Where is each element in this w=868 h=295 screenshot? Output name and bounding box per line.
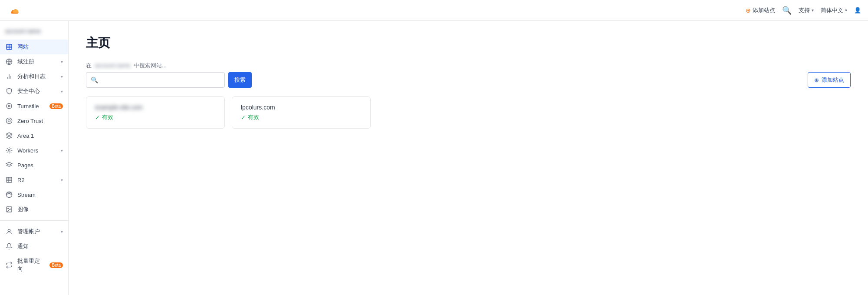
sidebar-item-stream[interactable]: Stream xyxy=(0,187,68,202)
chevron-down-icon: ▾ xyxy=(845,8,847,13)
status-label: 有效 xyxy=(102,113,113,121)
main-content: 主页 在 account.name 中搜索网站... 🔍 搜索 ⊕ 添加站点 xyxy=(69,21,868,295)
topnav-right: ⊕ 添加站点 🔍 支持 ▾ 简体中文 ▾ 👤 xyxy=(746,6,861,15)
sidebar-item-label: 网站 xyxy=(17,43,63,51)
sidebar-item-label: Stream xyxy=(17,192,63,198)
topnav-add-site-label: 添加站点 xyxy=(753,7,775,14)
topnav-left xyxy=(7,5,23,16)
sidebar-item-websites[interactable]: 网站 xyxy=(0,40,68,54)
site-name: example-site.com xyxy=(95,104,216,111)
sidebar-item-redirect[interactable]: 批量重定向 Beta xyxy=(0,254,68,276)
search-row: 🔍 搜索 ⊕ 添加站点 xyxy=(86,72,851,88)
sidebar-item-images[interactable]: 图像 xyxy=(0,202,68,217)
topnav-user-button[interactable]: 👤 xyxy=(854,7,861,13)
sidebar-item-label: 图像 xyxy=(17,206,63,213)
sidebar-item-security[interactable]: 安全中心 ▾ xyxy=(0,84,68,99)
chart-icon xyxy=(5,73,13,80)
sidebar-item-label: R2 xyxy=(17,177,56,183)
plus-icon: ⊕ xyxy=(814,77,819,83)
stream-icon xyxy=(5,191,13,199)
workers-icon xyxy=(5,146,13,154)
redirect-beta-badge: Beta xyxy=(49,262,63,268)
sidebar-item-label: 管理帐户 xyxy=(17,228,56,235)
search-hint: 在 account.name 中搜索网站... xyxy=(86,62,851,70)
r2-icon xyxy=(5,176,13,184)
sidebar-item-turnstile[interactable]: Turnstile Beta xyxy=(0,99,68,113)
sidebar-item-label: 安全中心 xyxy=(17,87,56,95)
account-name-label: account name xyxy=(5,28,41,34)
search-icon: 🔍 xyxy=(91,76,98,83)
manage-icon xyxy=(5,228,13,235)
sidebar-item-pages[interactable]: Pages xyxy=(0,158,68,172)
sidebar-item-label: Zero Trust xyxy=(17,118,63,124)
pages-icon xyxy=(5,161,13,169)
sidebar-item-label: Workers xyxy=(17,147,56,154)
chevron-down-icon: ▾ xyxy=(61,229,63,234)
globe-icon xyxy=(5,43,13,51)
sidebar-item-label: 分析和日志 xyxy=(17,73,56,80)
svg-point-7 xyxy=(8,149,10,151)
sidebar-divider xyxy=(0,220,68,221)
page-title: 主页 xyxy=(86,35,851,51)
topnav-support-button[interactable]: 支持 ▾ xyxy=(799,7,814,14)
topnav-language-button[interactable]: 简体中文 ▾ xyxy=(821,7,847,14)
topnav-add-site-button[interactable]: ⊕ 添加站点 xyxy=(746,7,775,14)
chevron-down-icon: ▾ xyxy=(61,60,63,64)
add-site-button-label: 添加站点 xyxy=(822,76,844,84)
sidebar-item-domain-reg[interactable]: 域注册 ▾ xyxy=(0,54,68,69)
account-name-blurred: account.name xyxy=(95,62,131,69)
area1-icon xyxy=(5,132,13,139)
sidebar-item-label: 通知 xyxy=(17,242,63,250)
cloudflare-logo-icon xyxy=(7,5,23,16)
sidebar-item-label: Pages xyxy=(17,162,63,169)
svg-point-12 xyxy=(8,208,9,209)
search-area: 在 account.name 中搜索网站... 🔍 搜索 ⊕ 添加站点 xyxy=(86,62,851,88)
sidebar-item-manage[interactable]: 管理帐户 ▾ xyxy=(0,224,68,239)
site-status: ✓ 有效 xyxy=(95,113,216,121)
status-label: 有效 xyxy=(248,113,259,121)
user-icon: 👤 xyxy=(854,7,861,13)
search-input-wrap: 🔍 xyxy=(86,72,225,88)
images-icon xyxy=(5,206,13,213)
turnstile-icon xyxy=(5,102,13,110)
site-card[interactable]: example-site.com ✓ 有效 xyxy=(86,96,225,129)
zerotrust-icon xyxy=(5,117,13,125)
sidebar-item-workers[interactable]: Workers ▾ xyxy=(0,143,68,158)
search-input[interactable] xyxy=(101,77,220,83)
site-card[interactable]: lpcolurs.com ✓ 有效 xyxy=(232,96,371,129)
svg-marker-6 xyxy=(6,133,12,136)
add-site-button[interactable]: ⊕ 添加站点 xyxy=(808,72,851,88)
search-hint-middle: 中搜索网站... xyxy=(134,62,167,69)
search-button-label: 搜索 xyxy=(234,76,246,83)
sidebar-account[interactable]: account name xyxy=(0,24,68,38)
topnav-search-button[interactable]: 🔍 xyxy=(782,6,792,15)
chevron-down-icon: ▾ xyxy=(812,8,814,13)
plus-icon: ⊕ xyxy=(746,7,751,14)
notify-icon xyxy=(5,242,13,250)
chevron-down-icon: ▾ xyxy=(61,148,63,153)
sidebar-item-label: Turnstile xyxy=(17,103,43,109)
chevron-down-icon: ▾ xyxy=(61,89,63,94)
search-button[interactable]: 搜索 xyxy=(228,72,252,88)
svg-point-5 xyxy=(8,119,10,122)
topnav-support-label: 支持 xyxy=(799,7,810,14)
sidebar-item-area1[interactable]: Area 1 xyxy=(0,128,68,143)
sidebar-item-zerotrust[interactable]: Zero Trust xyxy=(0,113,68,128)
search-hint-prefix: 在 xyxy=(86,62,92,69)
sidebar-item-r2[interactable]: R2 ▾ xyxy=(0,172,68,187)
chevron-down-icon: ▾ xyxy=(61,178,63,182)
sidebar-item-notify[interactable]: 通知 xyxy=(0,239,68,254)
layout: account name 网站 域注册 ▾ 分析和日志 ▾ xyxy=(0,21,868,295)
turnstile-beta-badge: Beta xyxy=(49,103,63,109)
check-icon: ✓ xyxy=(95,114,100,121)
svg-marker-8 xyxy=(6,162,12,165)
sites-list: example-site.com ✓ 有效 lpcolurs.com ✓ 有效 xyxy=(86,96,851,129)
sidebar-item-analytics[interactable]: 分析和日志 ▾ xyxy=(0,69,68,84)
shield-icon xyxy=(5,87,13,95)
check-icon: ✓ xyxy=(241,114,246,121)
top-navigation: ⊕ 添加站点 🔍 支持 ▾ 简体中文 ▾ 👤 xyxy=(0,0,868,21)
logo[interactable] xyxy=(7,5,23,16)
svg-point-4 xyxy=(6,118,12,123)
topnav-language-label: 简体中文 xyxy=(821,7,843,14)
sidebar-item-label: Area 1 xyxy=(17,133,63,139)
